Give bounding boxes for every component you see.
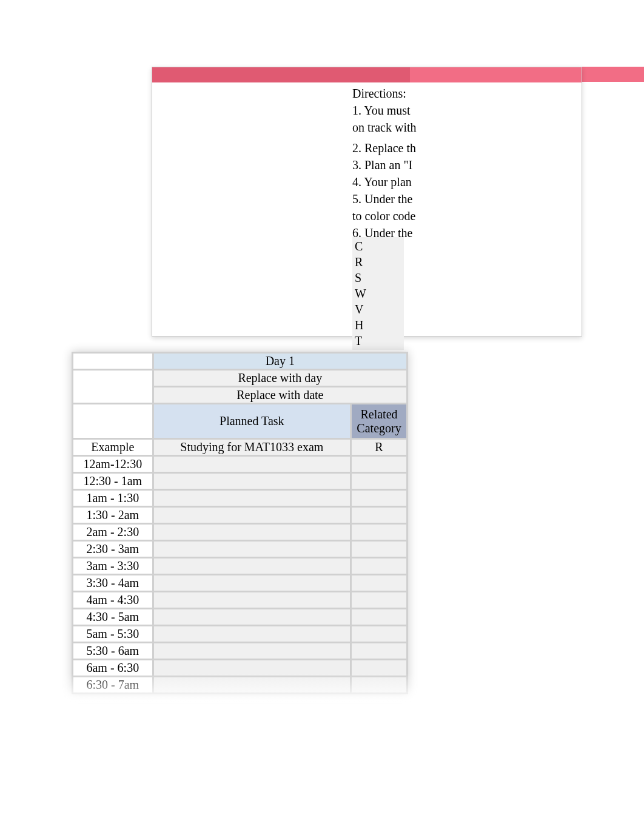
time-slot: 12:30 - 1am [73, 474, 152, 489]
task-cell[interactable] [154, 643, 350, 659]
time-slot: 1:30 - 2am [73, 508, 152, 523]
category-cell[interactable] [352, 457, 406, 472]
legend-code: R [355, 254, 401, 270]
time-slot: 4am - 4:30 [73, 592, 152, 608]
category-cell[interactable] [352, 643, 406, 659]
empty-header-cell [73, 404, 152, 438]
task-cell[interactable] [154, 609, 350, 625]
task-cell[interactable] [154, 592, 350, 608]
time-slot: 3am - 3:30 [73, 558, 152, 574]
time-slot: 3:30 - 4am [73, 575, 152, 591]
category-legend: C R S W V H T [352, 237, 404, 350]
category-cell[interactable] [352, 677, 406, 692]
legend-code: H [355, 317, 401, 333]
category-cell[interactable] [352, 525, 406, 540]
example-category: R [352, 440, 406, 455]
time-slot: 5:30 - 6am [73, 643, 152, 659]
task-cell[interactable] [154, 558, 350, 574]
directions-text: Directions: 1. You must on track with 2.… [352, 86, 417, 242]
planned-task-header: Planned Task [154, 404, 350, 438]
task-cell[interactable] [154, 491, 350, 506]
time-slot: 2:30 - 3am [73, 542, 152, 557]
legend-code: C [355, 238, 401, 254]
task-cell[interactable] [154, 508, 350, 523]
red-header-bar [152, 67, 582, 82]
task-cell[interactable] [154, 660, 350, 676]
direction-line: 4. Your plan [352, 174, 417, 190]
example-task: Studying for MAT1033 exam [154, 440, 350, 455]
category-cell[interactable] [352, 575, 406, 591]
category-header: Related Category [352, 404, 406, 438]
empty-cell [73, 354, 152, 369]
time-slot: 4:30 - 5am [73, 609, 152, 625]
direction-line: to color code [352, 208, 417, 224]
task-cell[interactable] [154, 457, 350, 472]
schedule-table: Day 1 Replace with day Replace with date… [72, 352, 408, 694]
directions-panel: Directions: 1. You must on track with 2.… [152, 67, 582, 337]
category-cell[interactable] [352, 508, 406, 523]
category-cell[interactable] [352, 626, 406, 642]
day-header: Day 1 [154, 354, 406, 369]
time-slot: 12am-12:30 [73, 457, 152, 472]
example-label: Example [73, 440, 152, 455]
time-slot: 1am - 1:30 [73, 491, 152, 506]
category-cell[interactable] [352, 592, 406, 608]
task-cell[interactable] [154, 474, 350, 489]
category-cell[interactable] [352, 474, 406, 489]
category-cell[interactable] [352, 542, 406, 557]
category-cell[interactable] [352, 660, 406, 676]
legend-code: S [355, 270, 401, 286]
legend-code: V [355, 301, 401, 317]
direction-line: 1. You must [352, 102, 417, 118]
direction-line: 5. Under the [352, 191, 417, 207]
direction-line: 2. Replace th [352, 140, 417, 156]
direction-line: 3. Plan an "I [352, 157, 417, 173]
task-cell[interactable] [154, 525, 350, 540]
directions-title: Directions: [352, 86, 417, 101]
time-slot: 2am - 2:30 [73, 525, 152, 540]
category-cell[interactable] [352, 491, 406, 506]
category-cell[interactable] [352, 558, 406, 574]
replace-date-cell[interactable]: Replace with date [154, 387, 406, 403]
task-cell[interactable] [154, 626, 350, 642]
task-cell[interactable] [154, 575, 350, 591]
legend-code: T [355, 333, 401, 349]
task-cell[interactable] [154, 677, 350, 692]
category-cell[interactable] [352, 609, 406, 625]
direction-line: on track with [352, 119, 417, 135]
empty-cell [73, 371, 152, 403]
time-slot: 6am - 6:30 [73, 660, 152, 676]
time-slot: 5am - 5:30 [73, 626, 152, 642]
schedule-table-container: Day 1 Replace with day Replace with date… [72, 352, 408, 694]
task-cell[interactable] [154, 542, 350, 557]
legend-code: W [355, 286, 401, 301]
time-slot: 6:30 - 7am [73, 677, 152, 692]
replace-day-cell[interactable]: Replace with day [154, 371, 406, 386]
